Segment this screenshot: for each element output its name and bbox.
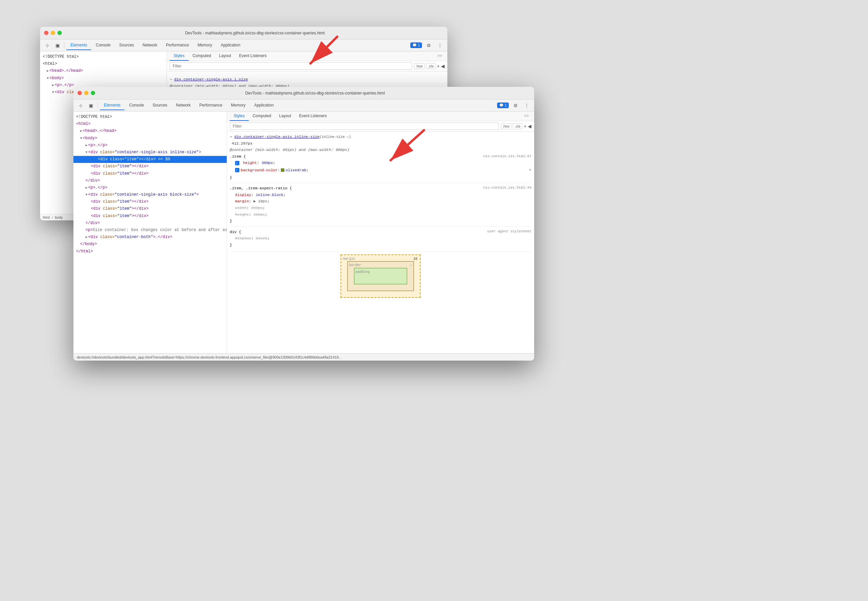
- device-icon-back[interactable]: ▣: [53, 41, 62, 50]
- rule3-front: div { user agent stylesheet display: blo…: [230, 226, 531, 249]
- filter-input-back[interactable]: [170, 63, 412, 70]
- minimize-button-back[interactable]: [51, 31, 55, 35]
- rule2-front: .item, .item-aspect-ratio { css-contain……: [230, 183, 531, 224]
- div-selector-front: div {: [230, 229, 241, 235]
- selector-link1-front[interactable]: div.container-single-axis.inline-size: [235, 134, 320, 139]
- box-model-diagram-front: margin 10 border - padding: [341, 255, 421, 298]
- dom-item2-front[interactable]: <div class="item"></div>: [73, 163, 227, 170]
- tab-application-front[interactable]: Application: [250, 101, 278, 110]
- style-tab-layout-back[interactable]: Layout: [215, 52, 235, 61]
- dom-p1-front[interactable]: ▶<p>…</p>: [73, 142, 227, 149]
- dom-div-both-front[interactable]: ▶<div class="container-both">…</div>: [73, 234, 227, 241]
- dom-p2-front[interactable]: ▶<p>…</p>: [73, 184, 227, 191]
- tab-elements-front[interactable]: Elements: [100, 101, 125, 110]
- style-tab-styles-back[interactable]: Styles: [170, 52, 189, 61]
- toolbar-right-back: 💬 1 ⚙ ⋮: [410, 41, 445, 50]
- dom-html-back[interactable]: <html>: [40, 60, 167, 67]
- cls-button-front[interactable]: .cls: [513, 123, 522, 129]
- collapse-icon-front[interactable]: ◀: [528, 124, 531, 129]
- tab-network-front[interactable]: Network: [172, 101, 195, 110]
- dom-div-inline-front[interactable]: ▼<div class="container-single-axis inlin…: [73, 149, 227, 156]
- dom-item1-front[interactable]: <div class="item"></div> == $0: [73, 156, 227, 163]
- dom-item3-front[interactable]: <div class="item"></div>: [73, 170, 227, 177]
- style-tab-more-back[interactable]: >>: [435, 52, 445, 61]
- tab-network-back[interactable]: Network: [139, 41, 161, 50]
- dom-div-block-front[interactable]: ▼<div class="container-single-axis block…: [73, 191, 227, 198]
- tab-elements-back[interactable]: Elements: [66, 41, 91, 50]
- chat-badge-front[interactable]: 💬 1: [497, 102, 509, 108]
- selector-link-back[interactable]: div.container-single-axis.i…size: [174, 77, 248, 81]
- close-button-back[interactable]: [44, 31, 49, 35]
- breadcrumb-body-back[interactable]: body: [55, 215, 63, 220]
- style-tab-computed-front[interactable]: Computed: [249, 111, 275, 121]
- filter-input-front[interactable]: [230, 122, 499, 130]
- traffic-lights-front: [78, 91, 95, 95]
- tab-memory-front[interactable]: Memory: [227, 101, 250, 110]
- style-tab-layout-front[interactable]: Layout: [275, 111, 295, 121]
- minimize-button-front[interactable]: [84, 91, 88, 95]
- dom-html-front[interactable]: <html>: [73, 121, 227, 128]
- tab-performance-front[interactable]: Performance: [195, 101, 226, 110]
- style-tab-styles-front[interactable]: Styles: [230, 111, 249, 121]
- style-tab-computed-back[interactable]: Computed: [189, 52, 215, 61]
- dom-p-size-front[interactable]: <p>Size container: box changes color at …: [73, 227, 227, 234]
- dom-head-back[interactable]: ▶<head>…</head>: [40, 67, 167, 75]
- maximize-button-back[interactable]: [58, 31, 62, 35]
- tab-sources-front[interactable]: Sources: [149, 101, 171, 110]
- tab-console-front[interactable]: Console: [125, 101, 148, 110]
- prop-width-striked-front: width: 200px;: [230, 205, 531, 211]
- dom-body-close-front[interactable]: </body>: [73, 241, 227, 248]
- cls-button-back[interactable]: .cls: [426, 63, 436, 69]
- style-tab-more-front[interactable]: >>: [521, 111, 531, 121]
- block-close2-front: }: [230, 218, 531, 224]
- dom-div-close2-front[interactable]: </div>: [73, 220, 227, 227]
- hov-button-front[interactable]: :hov: [501, 123, 512, 129]
- tab-sources-back[interactable]: Sources: [115, 41, 138, 50]
- dom-body-front[interactable]: ▼<body>: [73, 135, 227, 142]
- breadcrumb-html-back[interactable]: html: [43, 215, 50, 220]
- dom-bitem3-front[interactable]: <div class="item"></div>: [73, 213, 227, 220]
- settings-icon-back[interactable]: ⚙: [424, 41, 433, 50]
- prop-name-margin-front: margin: [235, 199, 249, 203]
- hov-button-back[interactable]: :hov: [414, 63, 425, 69]
- dom-doctype-back[interactable]: <!DOCTYPE html>: [40, 53, 167, 60]
- prop-val-bgcolor-front: olivedrab: [285, 167, 306, 174]
- chat-badge-back[interactable]: 💬 1: [410, 43, 422, 48]
- tab-application-back[interactable]: Application: [217, 41, 244, 50]
- close-button-front[interactable]: [78, 91, 82, 95]
- dom-body-back[interactable]: ▼<body>: [40, 75, 167, 82]
- cursor-icon-front[interactable]: ⊹: [76, 101, 85, 110]
- maximize-button-front[interactable]: [91, 91, 95, 95]
- source1-front: css-contain…ies.html:67: [483, 154, 531, 160]
- dom-bitem2-front[interactable]: <div class="item"></div>: [73, 205, 227, 212]
- tab-memory-back[interactable]: Memory: [193, 41, 216, 50]
- add-filter-back[interactable]: +: [437, 63, 440, 69]
- menu-icon-back[interactable]: ⋮: [436, 41, 445, 50]
- selector-line-back: → div.container-single-axis.i…size: [170, 76, 445, 83]
- bottom-url-front: devtools://devtools/bundled/devtools_app…: [77, 355, 342, 359]
- dom-html-close-front[interactable]: </html>: [73, 248, 227, 255]
- collapse-icon-back[interactable]: ◀: [441, 63, 445, 69]
- device-icon-front[interactable]: ▣: [86, 101, 96, 110]
- prop-display-ua-front: display: block;: [230, 235, 531, 242]
- dom-head-front[interactable]: ▶<head>…</head>: [73, 128, 227, 134]
- prop-display-front: display: inline-block;: [230, 192, 531, 198]
- tab-console-back[interactable]: Console: [92, 41, 114, 50]
- add-filter-front[interactable]: +: [524, 124, 527, 129]
- bottom-bar-front: devtools://devtools/bundled/devtools_app…: [73, 353, 534, 361]
- menu-icon-front[interactable]: ⋮: [522, 101, 531, 110]
- padding-label-front: padding: [356, 269, 370, 275]
- checkbox-height-front[interactable]: [235, 161, 239, 165]
- dom-div-close1-front[interactable]: </div>: [73, 177, 227, 184]
- checkbox-bgcolor-front[interactable]: [235, 168, 239, 172]
- cursor-icon-back[interactable]: ⊹: [43, 41, 52, 50]
- block-close3-front: }: [230, 242, 531, 249]
- style-tab-events-back[interactable]: Event Listeners: [235, 52, 271, 61]
- title-bar-back: DevTools - mathiasbynens.github.io/css-d…: [40, 27, 447, 40]
- dom-doctype-front[interactable]: <!DOCTYPE html>: [73, 113, 227, 121]
- tab-performance-back[interactable]: Performance: [162, 41, 193, 50]
- add-prop-btn-front[interactable]: +: [529, 166, 531, 174]
- style-tab-events-front[interactable]: Event Listeners: [295, 111, 331, 121]
- settings-icon-front[interactable]: ⚙: [511, 101, 520, 110]
- dom-bitem1-front[interactable]: <div class="item"></div>: [73, 198, 227, 205]
